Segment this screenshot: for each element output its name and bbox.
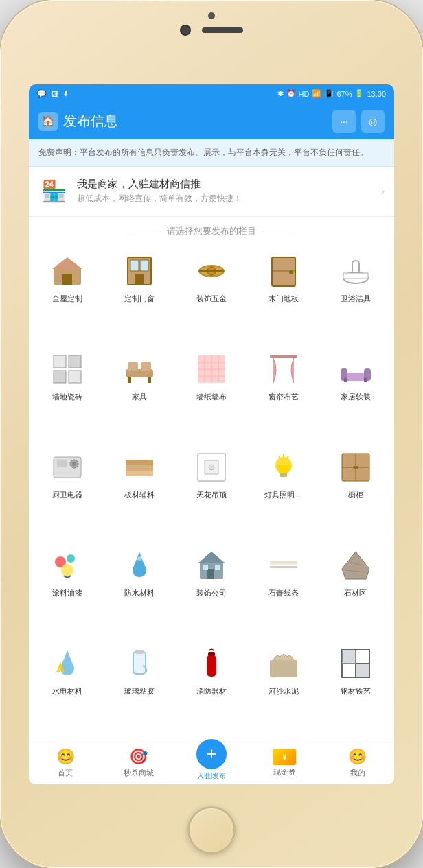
category-label: 家具 [132,392,147,402]
section-title-text: 请选择您要发布的栏目 [167,225,256,237]
category-item[interactable]: 卫浴洁具 [319,247,391,345]
category-label: 天花吊顶 [196,490,227,500]
category-item[interactable]: 全屋定制 [32,247,104,345]
category-label: 水电材料 [52,686,82,696]
page-title: 发布信息 [63,112,118,130]
nav-home-label: 首页 [58,768,73,778]
svg-rect-5 [140,260,148,271]
merchant-banner[interactable]: 🏪 我是商家，入驻建材商信推 超低成本，网络宣传，简单有效，方便快捷！ › [29,167,394,217]
svg-rect-23 [148,377,151,383]
category-label: 涂料油漆 [52,588,82,598]
category-item[interactable]: 橱柜 [319,443,391,541]
category-img [193,547,230,584]
alarm-icon: ⏰ [286,89,296,98]
category-item[interactable]: 板材辅料 [104,443,176,541]
category-item[interactable]: 家具 [104,345,176,443]
nav-home-icon: 😊 [56,748,75,766]
category-item[interactable]: 装饰公司 [176,541,248,640]
category-img [121,253,158,290]
category-img [193,645,230,682]
category-item[interactable]: 木门地板 [247,247,319,345]
download-icon: ⬇ [62,89,69,98]
category-label: 卫浴洁具 [341,294,371,304]
svg-marker-67 [342,552,369,579]
app-header: 🏠 发布信息 ··· ◎ [29,104,394,139]
header-right: ··· ◎ [332,110,385,133]
scan-button[interactable]: ◎ [361,110,385,133]
nav-home[interactable]: 😊 首页 [29,742,102,784]
category-item[interactable]: 天花吊顶 [176,443,248,541]
category-item[interactable]: 涂料油漆 [32,541,104,640]
category-label: 消防器材 [196,686,227,696]
svg-rect-15 [54,355,66,368]
category-item[interactable]: 装饰五金 [176,247,248,345]
nav-publish[interactable]: + 入驻|发布 [175,742,248,784]
category-img [193,351,230,388]
category-item[interactable]: 石材区 [319,541,391,640]
category-img [121,547,158,584]
nav-coupon[interactable]: ¥ 现金券 [248,742,321,784]
category-item[interactable]: 墙地瓷砖 [32,345,104,443]
nav-flash-label: 秒杀商城 [124,768,154,778]
disclaimer-banner: 免费声明：平台发布的所有信息只负责发布、展示，与平台本身无关，平台不负任何责任。 [29,139,394,167]
nav-mine-label: 我的 [350,768,365,778]
category-item[interactable]: 水电材料 [32,640,104,738]
image-icon: 🖼 [51,90,58,98]
disclaimer-text: 免费声明：平台发布的所有信息只负责发布、展示，与平台本身无关，平台不负任何责任。 [38,148,368,157]
svg-point-40 [72,462,76,466]
category-img [49,351,86,388]
svg-rect-63 [215,565,220,570]
camera [180,25,191,36]
category-img [265,449,302,486]
category-item[interactable]: 防水材料 [104,541,176,640]
svg-rect-35 [344,378,347,382]
speaker [202,27,243,33]
svg-marker-1 [52,257,82,269]
category-label: 石膏线条 [268,588,299,598]
category-label: 装饰五金 [196,294,227,304]
category-img [265,253,302,290]
nav-plus-button[interactable]: + [196,739,227,769]
status-right: ✱ ⏰ HD 📶 📳 67% 🔋 13:00 [277,89,386,98]
category-item[interactable]: 河沙水泥 [247,640,319,738]
plus-icon: + [206,743,216,764]
merchant-title: 我是商家，入驻建材商信推 [77,178,373,191]
category-img [265,547,302,584]
category-item[interactable]: 钢材铁艺 [319,640,391,738]
camera-speaker-row [180,25,243,36]
category-item[interactable]: 墙纸墙布 [176,345,248,443]
category-item[interactable]: 灯具照明… [247,443,319,541]
svg-point-53 [353,466,356,469]
signal-icon: 📳 [324,89,334,98]
category-label: 定制门窗 [124,294,155,304]
svg-point-12 [289,270,293,274]
category-item[interactable]: 消防器材 [176,640,248,738]
category-label: 厨卫电器 [52,490,82,500]
category-item[interactable]: 家居软装 [319,345,391,443]
nav-flash-sale[interactable]: 🎯 秒杀商城 [102,742,174,784]
physical-home-button[interactable] [187,806,236,854]
phone-top-bar [0,0,423,82]
category-img [121,449,158,486]
nav-mine[interactable]: 😊 我的 [321,742,394,784]
home-icon: 🏠 [41,115,55,128]
clock: 13:00 [367,90,386,98]
svg-rect-31 [270,355,297,358]
category-item[interactable]: 石膏线条 [247,541,319,640]
category-label: 墙地瓷砖 [52,392,82,402]
battery-icon: 🔋 [354,89,364,98]
nav-mine-icon: 😊 [348,748,367,766]
wechat-icon: 💬 [37,89,47,98]
category-item[interactable]: 窗帘布艺 [247,345,319,443]
svg-rect-80 [356,664,369,677]
category-img [265,645,302,682]
category-item[interactable]: 定制门窗 [104,247,176,345]
category-label: 全屋定制 [52,294,82,304]
svg-rect-6 [135,274,144,285]
category-item[interactable]: 厨卫电器 [32,443,104,541]
category-item[interactable]: 玻璃粘胶 [104,640,176,738]
category-label: 墙纸墙布 [196,392,227,402]
menu-button[interactable]: ··· [332,110,356,133]
home-button[interactable]: 🏠 [38,112,58,131]
merchant-icon: 🏪 [38,176,69,207]
